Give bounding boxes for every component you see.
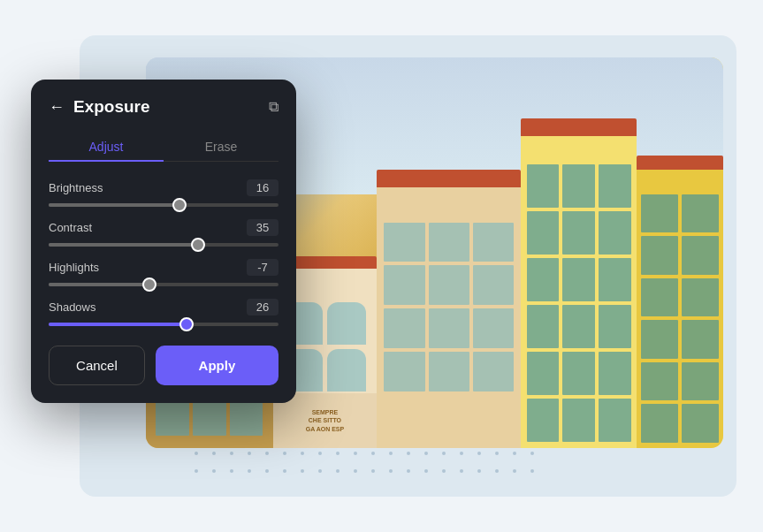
dot (336, 469, 340, 473)
dot (283, 469, 286, 473)
brightness-label: Brightness (49, 181, 103, 194)
dot (318, 469, 322, 473)
action-buttons: Cancel Apply (49, 346, 278, 385)
dot (442, 469, 446, 473)
highlights-thumb[interactable] (142, 277, 156, 292)
shadows-label: Shadows (49, 300, 95, 314)
dot (424, 469, 428, 473)
header-left: ← Exposure (49, 97, 150, 117)
highlights-fill (49, 283, 149, 286)
dot (495, 452, 499, 455)
dot (371, 452, 375, 455)
dot (301, 469, 304, 473)
dot (301, 452, 304, 455)
building-right-1 (521, 133, 637, 448)
dot (265, 469, 269, 473)
dot (283, 452, 286, 455)
dot (354, 469, 357, 473)
shadows-fill (49, 323, 187, 326)
dot (371, 469, 375, 473)
highlights-track (49, 283, 278, 286)
tab-erase[interactable]: Erase (164, 133, 278, 161)
panel-title: Exposure (73, 97, 150, 117)
dot (195, 452, 198, 455)
contrast-fill (49, 243, 198, 247)
dot (212, 469, 216, 473)
dot (248, 469, 251, 473)
panel-header: ← Exposure ⧉ (49, 97, 278, 117)
dot (460, 469, 463, 473)
contrast-row: Contrast 35 (49, 219, 278, 236)
dot (530, 469, 534, 473)
dot (389, 469, 393, 473)
sliders-container: Brightness 16 Contrast 35 Highlights -7 … (49, 179, 278, 326)
tabs: Adjust Erase (49, 133, 278, 162)
copy-icon[interactable]: ⧉ (269, 99, 278, 115)
brightness-thumb[interactable] (172, 198, 187, 212)
brightness-fill (49, 203, 179, 207)
dot (513, 452, 516, 455)
dot (460, 452, 463, 455)
dot (477, 452, 481, 455)
dot (265, 452, 269, 455)
shadows-value: 26 (247, 299, 278, 315)
exposure-panel: ← Exposure ⧉ Adjust Erase Brightness 16 … (31, 80, 296, 403)
dot (495, 469, 499, 473)
dot (212, 452, 216, 455)
dot (442, 452, 446, 455)
dot (195, 469, 198, 473)
shadows-thumb[interactable] (179, 317, 194, 331)
highlights-row: Highlights -7 (49, 259, 278, 276)
brightness-row: Brightness 16 (49, 179, 278, 196)
dot (424, 452, 428, 455)
brightness-track (49, 203, 278, 207)
dot (407, 452, 410, 455)
shadows-track (49, 323, 278, 326)
dot (318, 452, 322, 455)
dot (248, 452, 251, 455)
building-center-tall (377, 182, 521, 448)
dot (530, 452, 534, 455)
cancel-button[interactable]: Cancel (49, 346, 145, 385)
contrast-track (49, 243, 278, 247)
dot (513, 469, 516, 473)
dot (407, 469, 410, 473)
dot (477, 469, 481, 473)
highlights-value: -7 (247, 259, 278, 276)
dot (336, 452, 340, 455)
dot (230, 469, 233, 473)
dot (354, 452, 357, 455)
highlights-label: Highlights (49, 261, 99, 274)
contrast-thumb[interactable] (191, 238, 205, 252)
apply-button[interactable]: Apply (156, 346, 278, 385)
building-right-2 (637, 166, 723, 448)
tab-adjust[interactable]: Adjust (49, 133, 164, 161)
contrast-value: 35 (247, 219, 278, 236)
shadows-row: Shadows 26 (49, 299, 278, 315)
dot (389, 452, 393, 455)
brightness-value: 16 (247, 179, 278, 196)
dot (230, 452, 233, 455)
back-button[interactable]: ← (49, 99, 65, 115)
contrast-label: Contrast (49, 221, 92, 234)
